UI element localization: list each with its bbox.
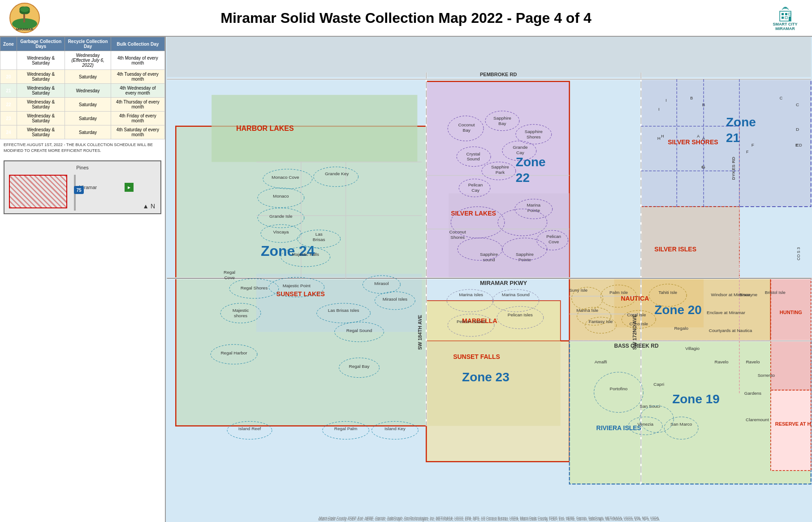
svg-text:Biscayne: Biscayne <box>739 292 758 297</box>
svg-text:Bay: Bay <box>498 121 506 126</box>
svg-text:Fantasy Isle: Fantasy Isle <box>589 319 613 324</box>
zone-number-cell: 23 <box>0 112 17 125</box>
col-zone: Zone <box>0 37 17 51</box>
garbage-days-cell: Wednesday & Saturday <box>17 125 65 139</box>
svg-text:Bristol Isle: Bristol Isle <box>765 290 786 295</box>
svg-text:Sapphire: Sapphire <box>516 252 534 257</box>
svg-text:Claremount: Claremount <box>746 417 769 422</box>
schedule-table: Zone Garbage Collection Days Recycle Col… <box>0 37 165 139</box>
svg-rect-12 <box>785 17 787 19</box>
garbage-days-cell: Wednesday & Saturday <box>17 51 65 70</box>
smart-city-logo: SMART CITY MIRAMAR <box>767 2 803 34</box>
col-bulk: Bulk Collection Day <box>111 37 164 51</box>
recycle-day-cell: Wednesday <box>65 84 111 98</box>
svg-text:HUNTING: HUNTING <box>780 310 802 315</box>
svg-text:Regal Shores: Regal Shores <box>241 285 268 290</box>
svg-text:Sapphire: Sapphire <box>525 129 543 134</box>
svg-text:Mirasol Isles: Mirasol Isles <box>383 297 407 302</box>
svg-text:Regal Palm: Regal Palm <box>334 426 358 431</box>
svg-text:Coco Isle: Coco Isle <box>630 321 648 326</box>
svg-text:Amalfi: Amalfi <box>595 359 607 364</box>
svg-text:22: 22 <box>516 171 530 185</box>
svg-text:Cove: Cove <box>224 275 235 280</box>
garbage-days-cell: Wednesday & Saturday <box>17 84 65 98</box>
svg-text:Sapphire: Sapphire <box>480 252 498 257</box>
table-row: 22 Wednesday & Saturday Saturday 4th Thu… <box>0 98 165 112</box>
svg-text:Regal Bay: Regal Bay <box>349 364 370 369</box>
svg-text:SILVER SHORES: SILVER SHORES <box>668 138 718 146</box>
svg-text:H: H <box>657 136 661 141</box>
svg-text:DYKES RD: DYKES RD <box>731 157 736 180</box>
svg-text:A: A <box>697 134 700 138</box>
map-panel: Zone 24 Zone 22 Zone 21 Zone 20 Zone 23 … <box>166 37 812 522</box>
mini-map-i75: 75 <box>74 186 84 194</box>
svg-text:D: D <box>796 127 799 132</box>
smart-city-label: SMART CITY MIRAMAR <box>773 22 798 31</box>
zone-number-cell: 20 <box>0 70 17 84</box>
svg-text:Grande Key: Grande Key <box>325 171 349 176</box>
svg-text:Regal Sound: Regal Sound <box>346 328 372 333</box>
svg-text:HARBOR LAKES: HARBOR LAKES <box>236 125 294 132</box>
svg-text:Regal: Regal <box>224 270 235 275</box>
svg-text:SW 184TH AVE: SW 184TH AVE <box>417 315 423 350</box>
svg-text:Park: Park <box>496 170 505 175</box>
bulk-day-cell: 4th Saturday of every month <box>111 125 164 139</box>
svg-text:Marina Isles: Marina Isles <box>459 292 483 297</box>
zone-number-cell: 19 <box>0 51 17 70</box>
svg-text:Shores: Shores <box>450 235 465 240</box>
svg-text:Zone 19: Zone 19 <box>672 392 720 406</box>
bulk-day-cell: 4th Thursday of every month <box>111 98 164 112</box>
table-row: 24 Wednesday & Saturday Saturday 4th Sat… <box>0 125 165 139</box>
col-recycle: Recycle Collection Day <box>65 37 111 51</box>
table-row: 21 Wednesday & Saturday Wednesday 4th We… <box>0 84 165 98</box>
bulk-day-cell: 4th Tuesday of every month <box>111 70 164 84</box>
svg-rect-11 <box>782 17 784 19</box>
svg-text:Coconut: Coconut <box>458 122 475 127</box>
svg-text:Zone: Zone <box>726 115 756 129</box>
svg-text:Marina Isle: Marina Isle <box>576 308 598 313</box>
mini-map-pines-label: Pines <box>76 165 89 170</box>
svg-rect-9 <box>785 13 787 15</box>
garbage-days-cell: Wednesday & Saturday <box>17 98 65 112</box>
svg-text:San Marco: San Marco <box>670 422 692 427</box>
svg-text:F: F <box>752 142 754 147</box>
svg-text:Tahiti Isle: Tahiti Isle <box>658 290 677 295</box>
svg-text:Enclave at Miramar: Enclave at Miramar <box>707 310 746 315</box>
svg-text:Regalo: Regalo <box>674 326 688 331</box>
svg-text:Suny Isle: Suny Isle <box>569 288 587 293</box>
svg-text:Monaco Cove: Monaco Cove <box>272 175 299 180</box>
svg-text:San Souci: San Souci <box>640 404 660 409</box>
svg-text:CO S 3: CO S 3 <box>796 247 801 260</box>
svg-text:Las Brisas Isles: Las Brisas Isles <box>328 308 359 313</box>
svg-text:F: F <box>746 150 749 154</box>
svg-text:C: C <box>796 102 799 107</box>
table-row: 20 Wednesday & Saturday Saturday 4th Tue… <box>0 70 165 84</box>
mini-map: Pines Miramar 75 ▶ ▲ N <box>4 160 161 214</box>
svg-text:SILVER ISLES: SILVER ISLES <box>654 246 696 253</box>
svg-text:RESERVE AT H: RESERVE AT H <box>775 421 811 427</box>
svg-text:BASS CREEK RD: BASS CREEK RD <box>614 343 658 349</box>
svg-text:Grande: Grande <box>513 145 528 150</box>
effective-note: EFFECTIVE AUGUST 1ST, 2022 - THE BULK CO… <box>0 139 165 156</box>
svg-text:Courtyards at Nautica: Courtyards at Nautica <box>709 328 752 333</box>
mini-map-highlight <box>9 175 67 208</box>
svg-text:Mirasol: Mirasol <box>374 281 389 286</box>
svg-text:G: G <box>701 165 704 169</box>
svg-text:Pelican Sound: Pelican Sound <box>457 319 485 324</box>
svg-text:NAUTICA: NAUTICA <box>621 295 649 302</box>
svg-text:Pelican: Pelican <box>546 234 561 239</box>
table-row: 23 Wednesday & Saturday Saturday 4th Fri… <box>0 112 165 125</box>
svg-text:sound: sound <box>483 257 495 262</box>
map-svg: Zone 24 Zone 22 Zone 21 Zone 20 Zone 23 … <box>166 37 812 522</box>
svg-text:Grande Isle: Grande Isle <box>269 214 293 219</box>
svg-text:Coral Isle: Coral Isle <box>627 312 646 317</box>
svg-text:Gardens: Gardens <box>744 391 761 396</box>
svg-text:E D: E D <box>795 143 802 147</box>
svg-text:Crystal: Crystal <box>466 151 480 156</box>
svg-text:Island Reef: Island Reef <box>238 426 261 431</box>
svg-text:Ravelo: Ravelo <box>746 359 760 364</box>
main-content: Zone Garbage Collection Days Recycle Col… <box>0 36 812 522</box>
mini-map-sign: ▶ <box>125 183 134 192</box>
recycle-day-cell: Saturday <box>65 112 111 125</box>
svg-text:Sapphire: Sapphire <box>491 164 509 169</box>
